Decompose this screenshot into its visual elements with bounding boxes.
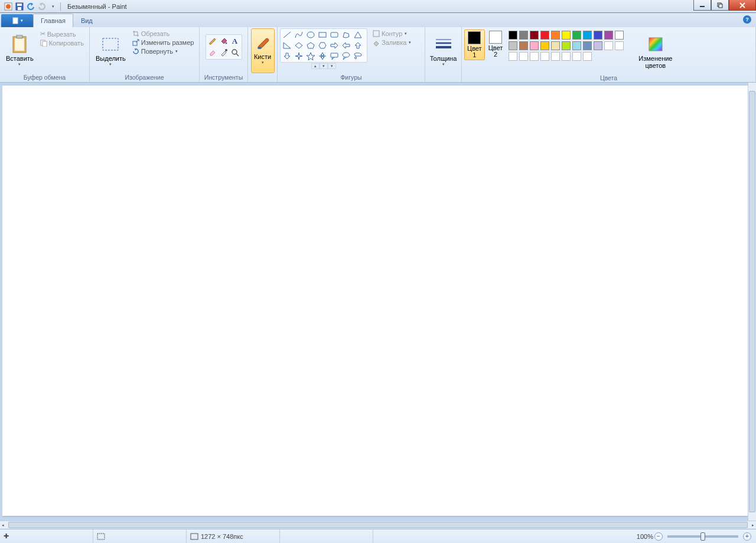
color-swatch[interactable] <box>509 31 517 40</box>
shape-rect[interactable] <box>317 30 328 40</box>
color-swatch-empty[interactable] <box>572 52 581 61</box>
vertical-scrollbar[interactable] <box>748 83 756 521</box>
color-swatch[interactable] <box>594 41 602 50</box>
shapes-scroll-down[interactable]: ▾ <box>320 63 328 69</box>
select-button[interactable]: Выделить▾ <box>92 28 129 73</box>
shapes-gallery[interactable] <box>280 28 367 63</box>
pencil-tool[interactable] <box>207 36 218 47</box>
picker-tool[interactable] <box>219 47 229 58</box>
shape-callout-rect[interactable] <box>328 51 340 61</box>
canvas[interactable] <box>2 86 748 516</box>
redo-icon[interactable] <box>37 1 47 12</box>
magnifier-tool[interactable] <box>230 47 240 58</box>
color-swatch[interactable] <box>551 41 560 50</box>
color-swatch-empty[interactable] <box>509 52 517 61</box>
color-swatch[interactable] <box>572 41 581 50</box>
zoom-slider[interactable] <box>667 535 738 538</box>
shape-curve[interactable] <box>293 30 305 40</box>
tab-home[interactable]: Главная <box>33 14 73 27</box>
status-imagesize: 1272 × 748пкс <box>187 529 280 543</box>
undo-icon[interactable] <box>25 1 36 12</box>
color-swatch[interactable] <box>519 41 528 50</box>
zoom-in-button[interactable]: + <box>743 532 751 541</box>
color-swatch[interactable] <box>519 31 528 40</box>
color-swatch[interactable] <box>530 31 539 40</box>
size-button[interactable]: Толщина▾ <box>426 28 461 73</box>
shape-right-tri[interactable] <box>281 40 293 51</box>
shape-star4[interactable] <box>293 51 305 61</box>
shape-star5[interactable] <box>305 51 317 61</box>
color1-button[interactable]: Цвет 1 <box>464 30 485 60</box>
shape-oval[interactable] <box>305 30 317 40</box>
color2-button[interactable]: Цвет 2 <box>486 30 506 59</box>
shape-arrow-l[interactable] <box>340 40 352 51</box>
zoom-out-button[interactable]: − <box>654 532 663 541</box>
horizontal-scrollbar[interactable]: ◂ ▸ <box>0 521 756 529</box>
shape-star6[interactable] <box>317 51 328 61</box>
svg-rect-3 <box>17 4 22 6</box>
color-swatch-empty[interactable] <box>540 52 549 61</box>
color-swatch[interactable] <box>583 31 592 40</box>
shape-callout-oval[interactable] <box>340 51 352 61</box>
color-swatch[interactable] <box>572 31 581 40</box>
color-swatch-empty[interactable] <box>551 52 560 61</box>
shape-hexagon[interactable] <box>317 40 328 51</box>
file-tab[interactable]: ▾ <box>1 14 33 27</box>
color-swatch[interactable] <box>562 31 571 40</box>
color-swatch-empty[interactable] <box>615 41 624 50</box>
brushes-button[interactable]: Кисти▾ <box>251 28 275 73</box>
help-icon[interactable]: ? <box>743 15 751 24</box>
maximize-button[interactable] <box>711 0 729 11</box>
shape-arrow-d[interactable] <box>281 51 293 61</box>
color-swatch[interactable] <box>540 41 549 50</box>
shape-roundrect[interactable] <box>328 30 340 40</box>
tab-view[interactable]: Вид <box>73 14 100 27</box>
shapes-expand[interactable]: ▾ <box>328 63 336 69</box>
color-swatch[interactable] <box>615 31 624 40</box>
shape-triangle[interactable] <box>352 30 364 40</box>
fill-button[interactable]: Заливка▾ <box>371 38 413 47</box>
shape-arrow-u[interactable] <box>352 40 364 51</box>
resize-button[interactable]: Изменить размер <box>131 38 196 47</box>
close-button[interactable] <box>729 0 756 11</box>
shape-diamond[interactable] <box>293 40 305 51</box>
color-swatch-empty[interactable] <box>562 52 571 61</box>
color-swatch[interactable] <box>583 41 592 50</box>
color-swatch[interactable] <box>562 41 571 50</box>
color-swatch-empty[interactable] <box>604 41 613 50</box>
shapes-scroll-up[interactable]: ▴ <box>311 63 320 69</box>
image-size-icon <box>190 533 198 540</box>
shape-pentagon[interactable] <box>305 40 317 51</box>
color-swatch[interactable] <box>540 31 549 40</box>
size-icon <box>434 35 453 54</box>
rotate-button[interactable]: Повернуть▾ <box>131 47 196 55</box>
shape-line[interactable] <box>281 30 293 40</box>
save-icon[interactable] <box>14 1 25 12</box>
color-swatch-empty[interactable] <box>519 52 528 61</box>
paint-icon <box>3 1 14 12</box>
color-swatch-empty[interactable] <box>583 52 592 61</box>
shape-arrow-r[interactable] <box>328 40 340 51</box>
color-swatch[interactable] <box>551 31 560 40</box>
paste-button[interactable]: Вставить▾ <box>2 28 37 73</box>
fill-icon <box>373 39 380 46</box>
color-swatch[interactable] <box>509 41 517 50</box>
svg-rect-8 <box>13 18 18 24</box>
color-swatch-empty[interactable] <box>530 52 539 61</box>
minimize-button[interactable] <box>693 0 711 11</box>
fill-tool[interactable] <box>219 36 229 47</box>
edit-colors-button[interactable]: Изменение цветов <box>635 30 676 74</box>
color-swatch[interactable] <box>604 31 613 40</box>
outline-button[interactable]: Контур▾ <box>371 30 413 38</box>
color-swatch[interactable] <box>594 31 602 40</box>
color-swatch[interactable] <box>530 41 539 50</box>
crop-button[interactable]: Обрезать <box>131 30 196 38</box>
shape-polygon[interactable] <box>340 30 352 40</box>
shape-callout-cloud[interactable] <box>352 51 364 61</box>
text-tool[interactable]: A <box>230 36 240 47</box>
qat-customize-icon[interactable]: ▾ <box>48 1 58 12</box>
svg-rect-23 <box>331 53 338 57</box>
eraser-tool[interactable] <box>207 47 218 58</box>
cut-button[interactable]: ✂Вырезать <box>38 30 86 38</box>
copy-button[interactable]: Копировать <box>38 39 86 47</box>
